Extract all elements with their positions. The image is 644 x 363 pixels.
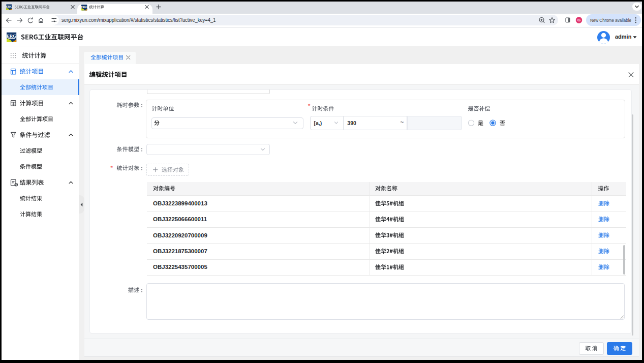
svg-text:ERG: ERG: [81, 5, 88, 9]
svg-text:ERG: ERG: [6, 5, 13, 8]
svg-text:ERG: ERG: [7, 34, 17, 39]
svg-text:G: G: [577, 18, 580, 22]
